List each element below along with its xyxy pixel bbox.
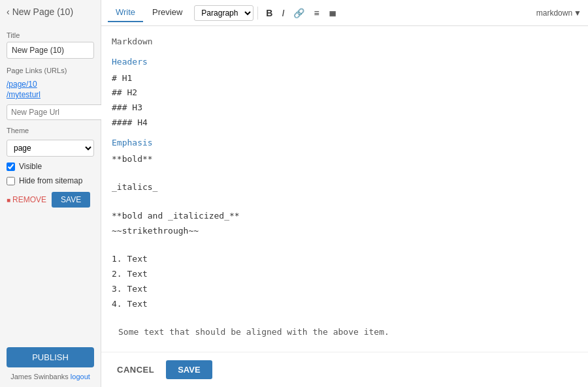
sidebar: ‹ New Page (10) Title Page Links (URLs) … [0, 0, 101, 387]
ul-button[interactable]: ≡ [310, 5, 323, 21]
new-url-input[interactable] [7, 104, 114, 120]
main-content: Write Preview Paragraph Heading 1 Headin… [101, 0, 588, 387]
toolbar-separator-1 [257, 7, 258, 20]
theme-select[interactable]: page default minimal [7, 140, 94, 157]
tab-preview[interactable]: Preview [144, 3, 190, 22]
url-item-2[interactable]: /mytesturl [7, 90, 94, 99]
editor-toolbar: Write Preview Paragraph Heading 1 Headin… [101, 0, 588, 26]
md-bold: **bold** [112, 153, 578, 166]
logout-link[interactable]: logout [71, 373, 90, 380]
md-emphasis-title: Emphasis [112, 136, 578, 150]
title-label: Title [7, 31, 94, 39]
sidebar-actions: REMOVE SAVE [7, 192, 94, 208]
hide-sitemap-row: Hide from sitemap [7, 176, 94, 185]
paragraph-select[interactable]: Paragraph Heading 1 Heading 2 Heading 3 [194, 5, 253, 21]
visible-row: Visible [7, 162, 94, 171]
title-input[interactable] [7, 42, 94, 59]
editor-area: Markdown Headers # H1 ## H2 ### H3 #### … [101, 26, 588, 352]
sidebar-user: James Swinbanks logout [7, 373, 94, 380]
link-button[interactable]: 🔗 [289, 5, 308, 21]
ol-button[interactable]: ≣ [325, 5, 340, 21]
markdown-dropdown[interactable]: markdown ▼ [536, 8, 581, 18]
md-h3: ### H3 [112, 101, 578, 115]
md-bold-italic: **bold and _italicized_** [112, 209, 578, 223]
tab-write[interactable]: Write [108, 3, 143, 22]
editor-bottom: CANCEL SAVE [101, 352, 588, 387]
url-add-row: + [7, 104, 94, 120]
sidebar-bottom: PUBLISH James Swinbanks logout [7, 342, 94, 380]
back-arrow-icon: ‹ [7, 7, 10, 17]
md-ol-2: 2. Text [112, 268, 578, 281]
user-name: James Swinbanks [10, 373, 69, 380]
hide-sitemap-checkbox[interactable] [7, 177, 15, 185]
md-title: Markdown [112, 35, 578, 49]
save-button[interactable]: SAVE [166, 360, 212, 379]
md-h1: # H1 [112, 72, 578, 85]
remove-button[interactable]: REMOVE [7, 195, 46, 204]
markdown-chevron-icon: ▼ [574, 8, 581, 18]
hide-sitemap-label: Hide from sitemap [19, 176, 82, 185]
back-label: New Page (10) [12, 7, 73, 17]
md-ol-1: 1. Text [112, 253, 578, 266]
markdown-label-text: markdown [536, 8, 572, 18]
md-strikethrough: ~~strikethrough~~ [112, 224, 578, 238]
visible-checkbox[interactable] [7, 163, 15, 171]
sidebar-save-button[interactable]: SAVE [52, 192, 90, 208]
md-italic: _italics_ [112, 181, 578, 194]
md-h4: #### H4 [112, 116, 578, 130]
cancel-button[interactable]: CANCEL [112, 361, 159, 379]
md-blockquote: Some text that should be aligned with th… [112, 326, 578, 339]
md-h2: ## H2 [112, 86, 578, 100]
theme-label: Theme [7, 127, 94, 134]
page-links-label: Page Links (URLs) [7, 67, 94, 74]
bold-button[interactable]: B [262, 5, 276, 21]
md-headers-title: Headers [112, 55, 578, 69]
back-button[interactable]: ‹ New Page (10) [7, 7, 94, 17]
md-ol-3: 3. Text [112, 283, 578, 296]
url-list: /page/10 /mytesturl [7, 80, 94, 101]
visible-label: Visible [19, 162, 42, 171]
publish-button[interactable]: PUBLISH [7, 347, 94, 367]
md-ol-4: 4. Text [112, 298, 578, 311]
italic-button[interactable]: I [278, 5, 288, 21]
url-item-1[interactable]: /page/10 [7, 80, 94, 89]
editor-content[interactable]: Markdown Headers # H1 ## H2 ### H3 #### … [101, 26, 588, 352]
